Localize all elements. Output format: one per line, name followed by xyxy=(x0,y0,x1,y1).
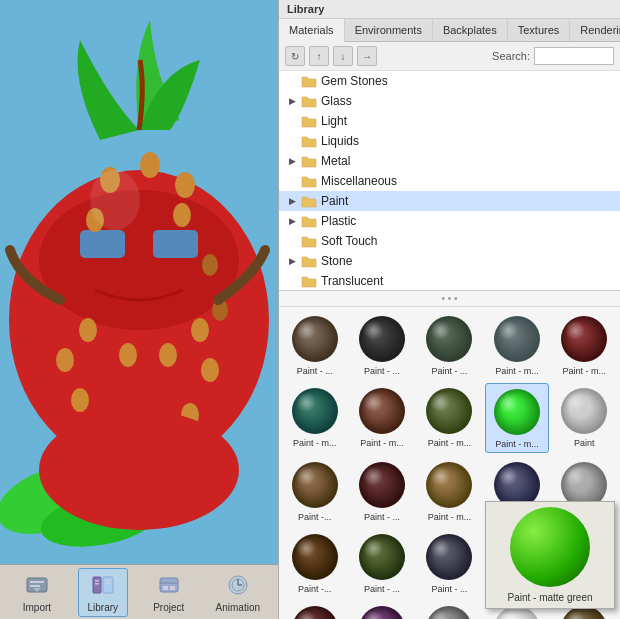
material-label: Paint - m... xyxy=(293,438,337,448)
tree-arrow: ▶ xyxy=(285,254,299,268)
svg-point-12 xyxy=(159,343,177,367)
svg-rect-28 xyxy=(30,585,40,587)
search-label: Search: xyxy=(492,50,530,62)
project-icon xyxy=(155,572,183,600)
svg-rect-34 xyxy=(105,583,111,585)
tab-renderings[interactable]: Renderings xyxy=(570,19,620,41)
material-item-m6[interactable]: Paint - m... xyxy=(283,383,346,453)
material-sphere xyxy=(424,604,474,619)
folder-icon xyxy=(301,134,317,148)
tree-label-liquids: Liquids xyxy=(321,134,359,148)
material-item-m12[interactable]: Paint - ... xyxy=(350,457,413,525)
material-label: Paint - ... xyxy=(364,512,400,522)
tree-item-liquids[interactable]: Liquids xyxy=(279,131,620,151)
material-item-m10[interactable]: Paint xyxy=(553,383,616,453)
svg-rect-3 xyxy=(80,230,125,258)
tree-item-soft-touch[interactable]: Soft Touch xyxy=(279,231,620,251)
tree-label-translucent: Translucent xyxy=(321,274,383,288)
material-item-m8[interactable]: Paint - m... xyxy=(418,383,481,453)
material-sphere xyxy=(290,532,340,582)
svg-point-19 xyxy=(56,348,74,372)
material-sphere xyxy=(290,604,340,619)
material-item-m22[interactable]: Paint - ... xyxy=(350,601,413,619)
material-label: Paint - m... xyxy=(495,366,539,376)
tab-textures[interactable]: Textures xyxy=(508,19,571,41)
folder-icon xyxy=(301,234,317,248)
folder-icon xyxy=(301,254,317,268)
tree-arrow: ▶ xyxy=(285,214,299,228)
material-item-m2[interactable]: Paint - ... xyxy=(350,311,413,379)
up-button[interactable]: ↑ xyxy=(309,46,329,66)
folder-icon xyxy=(301,194,317,208)
material-item-m17[interactable]: Paint - ... xyxy=(350,529,413,597)
material-item-m11[interactable]: Paint -... xyxy=(283,457,346,525)
animation-label: Animation xyxy=(216,602,260,613)
import-label: Import xyxy=(23,602,51,613)
material-item-m5[interactable]: Paint - m... xyxy=(553,311,616,379)
refresh-button[interactable]: ↻ xyxy=(285,46,305,66)
material-label: Paint -... xyxy=(298,512,332,522)
material-item-m21[interactable]: Paint... xyxy=(283,601,346,619)
tree-item-miscellaneous[interactable]: Miscellaneous xyxy=(279,171,620,191)
tree-label-metal: Metal xyxy=(321,154,350,168)
tab-materials[interactable]: Materials xyxy=(279,19,345,42)
material-label: Paint - m... xyxy=(428,512,472,522)
material-sphere xyxy=(357,314,407,364)
material-label: Paint - ... xyxy=(364,366,400,376)
tree-item-plastic[interactable]: ▶ Plastic xyxy=(279,211,620,231)
material-item-m23[interactable]: Paint - m... xyxy=(418,601,481,619)
library-title: Library xyxy=(279,0,620,19)
tree-arrow: ▶ xyxy=(285,154,299,168)
library-toolbar: ↻ ↑ ↓ → Search: xyxy=(279,42,620,71)
material-item-m9[interactable]: Paint - m... xyxy=(485,383,548,453)
animation-button[interactable]: Animation xyxy=(210,569,266,616)
tree-item-translucent[interactable]: Translucent xyxy=(279,271,620,291)
tree-label-soft-touch: Soft Touch xyxy=(321,234,377,248)
material-sphere xyxy=(357,460,407,510)
svg-point-7 xyxy=(175,172,195,198)
material-item-m3[interactable]: Paint - ... xyxy=(418,311,481,379)
material-sphere xyxy=(357,604,407,619)
material-label: Paint xyxy=(574,438,595,448)
separator-dots: • • • xyxy=(279,291,620,307)
3d-viewport: Import Library xyxy=(0,0,278,619)
import-button[interactable]: Import xyxy=(12,569,62,616)
tree-item-light[interactable]: Light xyxy=(279,111,620,131)
tree-item-stone[interactable]: ▶ Stone xyxy=(279,251,620,271)
import-icon xyxy=(23,572,51,600)
search-input[interactable] xyxy=(534,47,614,65)
material-item-m1[interactable]: Paint - ... xyxy=(283,311,346,379)
tree-item-paint[interactable]: ▶ Paint xyxy=(279,191,620,211)
material-item-m18[interactable]: Paint - ... xyxy=(418,529,481,597)
library-label: Library xyxy=(88,602,119,613)
right-button[interactable]: → xyxy=(357,46,377,66)
tooltip-label: Paint - matte green xyxy=(507,592,592,603)
down-button[interactable]: ↓ xyxy=(333,46,353,66)
material-sphere xyxy=(290,460,340,510)
tree-arrow xyxy=(285,114,299,128)
material-label: Paint - ... xyxy=(431,366,467,376)
tree-item-metal[interactable]: ▶ Metal xyxy=(279,151,620,171)
tree-item-gem-stones[interactable]: Gem Stones xyxy=(279,71,620,91)
material-item-m16[interactable]: Paint -... xyxy=(283,529,346,597)
material-label: Paint - ... xyxy=(297,366,333,376)
svg-rect-29 xyxy=(93,577,101,593)
library-button[interactable]: Library xyxy=(78,568,128,617)
tree-label-gem-stones: Gem Stones xyxy=(321,74,388,88)
project-button[interactable]: Project xyxy=(144,569,194,616)
material-label: Paint - ... xyxy=(431,584,467,594)
tree-label-paint: Paint xyxy=(321,194,348,208)
folder-icon xyxy=(301,154,317,168)
material-item-m7[interactable]: Paint - m... xyxy=(350,383,413,453)
svg-point-9 xyxy=(173,203,191,227)
library-icon xyxy=(89,572,117,600)
material-item-m4[interactable]: Paint - m... xyxy=(485,311,548,379)
material-label: Paint - m... xyxy=(495,439,539,449)
svg-rect-37 xyxy=(163,586,168,590)
tree-item-glass[interactable]: ▶ Glass xyxy=(279,91,620,111)
material-grid: Paint - ...Paint - ...Paint - ...Paint -… xyxy=(279,307,620,619)
folder-icon xyxy=(301,214,317,228)
tab-environments[interactable]: Environments xyxy=(345,19,433,41)
material-item-m13[interactable]: Paint - m... xyxy=(418,457,481,525)
tab-backplates[interactable]: Backplates xyxy=(433,19,508,41)
